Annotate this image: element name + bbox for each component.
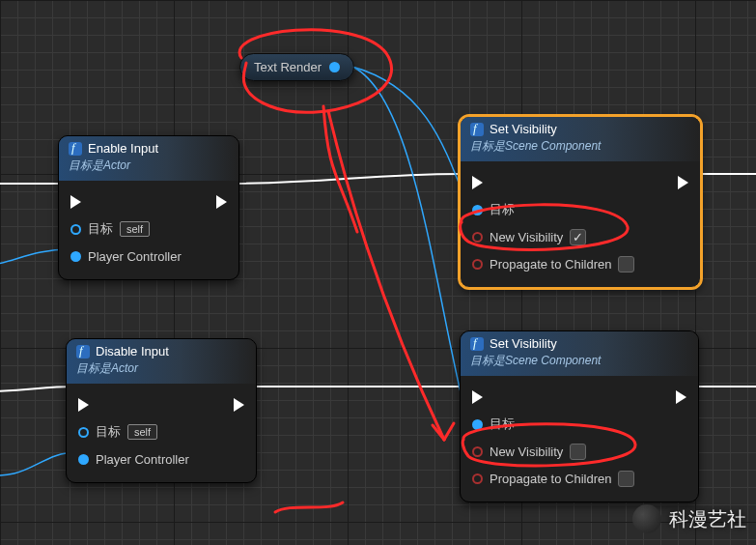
node-subtitle: 目标是Actor <box>69 158 229 174</box>
new-visibility-label: New Visibility <box>490 445 563 459</box>
function-icon <box>76 345 90 359</box>
propagate-pin[interactable] <box>472 259 483 270</box>
player-controller-label: Player Controller <box>96 452 189 467</box>
function-icon <box>470 123 484 136</box>
node-title: Set Visibility <box>490 122 557 136</box>
node-body: 目标 New Visibility Propagate to Children <box>461 161 700 287</box>
new-visibility-checkbox[interactable] <box>570 444 586 460</box>
set-visibility-top-node[interactable]: Set Visibility 目标是Scene Component 目标 New… <box>460 116 701 288</box>
exec-out-pin[interactable] <box>678 176 688 189</box>
target-pin[interactable] <box>472 205 483 215</box>
enable-input-node[interactable]: Enable Input 目标是Actor 目标 self Player Con… <box>58 135 239 280</box>
function-icon <box>69 142 82 156</box>
node-header: Disable Input 目标是Actor <box>67 339 256 384</box>
propagate-pin[interactable] <box>472 473 483 484</box>
node-body: 目标 self Player Controller <box>59 181 238 279</box>
text-render-label: Text Render <box>254 60 322 74</box>
watermark: 科漫艺社 <box>632 504 746 533</box>
node-subtitle: 目标是Scene Component <box>470 353 688 369</box>
disable-input-node[interactable]: Disable Input 目标是Actor 目标 self Player Co… <box>66 338 257 483</box>
exec-out-pin[interactable] <box>216 195 227 209</box>
node-header: Set Visibility 目标是Scene Component <box>461 331 698 376</box>
target-label: 目标 <box>490 201 515 218</box>
text-render-output-pin[interactable] <box>329 62 340 72</box>
node-body: 目标 self Player Controller <box>67 384 256 482</box>
target-label: 目标 <box>96 423 121 441</box>
new-visibility-label: New Visibility <box>490 230 563 244</box>
self-chip[interactable]: self <box>127 424 157 440</box>
propagate-label: Propagate to Children <box>490 472 611 486</box>
propagate-checkbox[interactable] <box>618 471 634 487</box>
target-pin[interactable] <box>472 419 483 430</box>
new-visibility-checkbox[interactable] <box>570 229 586 245</box>
node-subtitle: 目标是Actor <box>76 360 246 377</box>
node-body: 目标 New Visibility Propagate to Children <box>461 376 698 502</box>
set-visibility-bottom-node[interactable]: Set Visibility 目标是Scene Component 目标 New… <box>460 330 699 502</box>
exec-in-pin[interactable] <box>472 176 483 189</box>
exec-in-pin[interactable] <box>78 398 89 412</box>
exec-out-pin[interactable] <box>676 390 686 404</box>
node-header: Enable Input 目标是Actor <box>59 136 238 181</box>
new-visibility-pin[interactable] <box>472 446 483 457</box>
player-controller-pin[interactable] <box>70 251 81 262</box>
player-controller-pin[interactable] <box>78 454 89 465</box>
target-pin[interactable] <box>70 224 81 235</box>
propagate-checkbox[interactable] <box>618 256 634 272</box>
new-visibility-pin[interactable] <box>472 232 483 243</box>
target-pin[interactable] <box>78 427 89 438</box>
propagate-label: Propagate to Children <box>490 257 611 272</box>
node-header: Set Visibility 目标是Scene Component <box>461 117 700 161</box>
watermark-text: 科漫艺社 <box>669 506 746 532</box>
node-title: Enable Input <box>88 141 158 156</box>
target-label: 目标 <box>88 220 113 238</box>
exec-out-pin[interactable] <box>234 398 244 412</box>
player-controller-label: Player Controller <box>88 249 182 264</box>
target-label: 目标 <box>490 416 515 433</box>
node-subtitle: 目标是Scene Component <box>470 138 690 155</box>
exec-in-pin[interactable] <box>70 195 81 209</box>
watermark-icon <box>632 504 661 533</box>
function-icon <box>470 337 484 351</box>
exec-in-pin[interactable] <box>472 390 483 404</box>
self-chip[interactable]: self <box>120 221 150 237</box>
node-title: Set Visibility <box>490 336 557 351</box>
text-render-node[interactable]: Text Render <box>239 53 354 81</box>
node-title: Disable Input <box>96 344 169 359</box>
